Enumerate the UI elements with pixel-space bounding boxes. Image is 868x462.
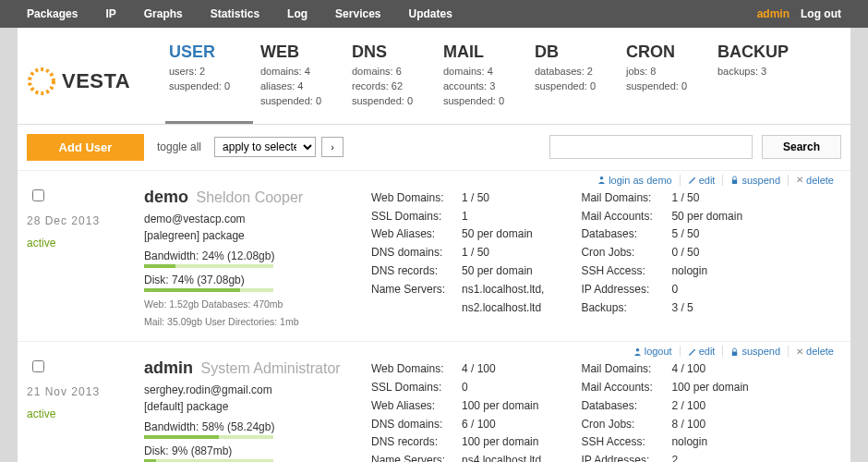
- tab-backup[interactable]: BACKUP backups: 3: [714, 39, 802, 124]
- email: serghey.rodin@gmail.com: [144, 383, 366, 396]
- stat-row: IP Addresses:2: [581, 452, 748, 462]
- disk-label: Disk: 9% (887mb): [144, 444, 366, 457]
- pencil-icon: [688, 347, 696, 356]
- stat-row: SSH Access:nologin: [581, 262, 742, 281]
- tab-db[interactable]: DB databases: 2suspended: 0: [531, 39, 619, 124]
- action-edit[interactable]: edit: [680, 175, 723, 186]
- username: admin: [144, 359, 193, 377]
- apply-go-button[interactable]: ›: [321, 137, 344, 157]
- topnav-graphs[interactable]: Graphs: [144, 7, 183, 20]
- stat-row: Name Servers:ns1.localhost.ltd,: [371, 281, 544, 299]
- stat-row: Web Domains:1 / 50: [371, 189, 544, 208]
- admin-link[interactable]: admin: [757, 7, 790, 20]
- stat-row: Mail Domains:1 / 50: [581, 189, 742, 208]
- topnav-log[interactable]: Log: [287, 7, 307, 20]
- package: [palegreen] package: [144, 229, 366, 242]
- user-row: login as demo edit suspend✕ delete28 Dec…: [18, 170, 850, 341]
- stat-row: DNS domains:1 / 50: [371, 244, 544, 262]
- lock-icon: [730, 176, 739, 184]
- topnav: Packages IP Graphs Statistics Log Servic…: [27, 7, 452, 20]
- stat-row: Cron Jobs:8 / 100: [581, 416, 748, 434]
- package: [default] package: [144, 400, 366, 413]
- user-row: logout edit suspend✕ delete21 Nov 2013ac…: [18, 341, 850, 462]
- tab-user-sub: users: 2suspended: 0: [169, 65, 240, 94]
- tab-db-sub: databases: 2suspended: 0: [535, 65, 606, 94]
- tab-web[interactable]: WEB domains: 4aliases: 4suspended: 0: [257, 39, 344, 124]
- svg-rect-2: [732, 180, 737, 185]
- main-tabs: VESTA USER users: 2suspended: 0 WEB doma…: [18, 28, 850, 125]
- toggle-all[interactable]: toggle all: [157, 140, 201, 153]
- topnav-packages[interactable]: Packages: [27, 7, 78, 20]
- stat-row: Databases:2 / 100: [581, 397, 748, 416]
- topnav-ip[interactable]: IP: [105, 7, 115, 20]
- action-delete[interactable]: ✕ delete: [788, 175, 841, 186]
- tab-dns-sub: domains: 6records: 62suspended: 0: [352, 65, 423, 109]
- fullname: System Administrator: [197, 360, 341, 376]
- tab-dns[interactable]: DNS domains: 6records: 62suspended: 0: [348, 39, 436, 124]
- stat-row: Backups:3 / 5: [581, 299, 742, 318]
- bandwidth-label: Bandwidth: 58% (58.24gb): [144, 420, 366, 433]
- stat-row: Name Servers:ns4.localhost.ltd,: [371, 452, 544, 462]
- stat-row: Web Aliases:100 per domain: [371, 397, 544, 416]
- row-status: active: [27, 407, 144, 420]
- svg-point-3: [635, 348, 639, 352]
- action-suspend[interactable]: suspend: [722, 175, 788, 186]
- tab-mail-sub: domains: 4accounts: 3suspended: 0: [443, 65, 514, 109]
- bandwidth-label: Bandwidth: 24% (12.08gb): [144, 249, 366, 262]
- fullname: Sheldon Cooper: [192, 189, 303, 205]
- action-suspend[interactable]: suspend: [722, 346, 788, 357]
- row-actions: login as demo edit suspend✕ delete: [27, 171, 841, 188]
- stat-row: DNS records:50 per domain: [371, 262, 544, 281]
- pencil-icon: [688, 176, 696, 184]
- tab-web-title: WEB: [260, 43, 332, 62]
- logo-icon: [27, 67, 56, 96]
- stat-row: IP Addresses:0: [581, 281, 742, 299]
- row-checkbox[interactable]: [32, 189, 44, 201]
- search-input[interactable]: [549, 135, 753, 159]
- tab-backup-title: BACKUP: [717, 43, 789, 62]
- action-delete[interactable]: ✕ delete: [788, 346, 841, 357]
- user-icon: [633, 347, 642, 356]
- row-date: 28 Dec 2013: [27, 214, 144, 227]
- tab-mail[interactable]: MAIL domains: 4accounts: 3suspended: 0: [440, 39, 527, 124]
- tab-web-sub: domains: 4aliases: 4suspended: 0: [260, 65, 332, 109]
- logo-text: VESTA: [62, 69, 130, 93]
- tab-cron-sub: jobs: 8suspended: 0: [626, 65, 697, 94]
- tab-cron[interactable]: CRON jobs: 8suspended: 0: [622, 39, 710, 124]
- action-login_as[interactable]: login as demo: [590, 175, 680, 186]
- stat-row: SSL Domains:1: [371, 208, 544, 226]
- row-date: 21 Nov 2013: [27, 385, 144, 398]
- lock-icon: [730, 347, 739, 356]
- action-logout[interactable]: logout: [626, 346, 680, 357]
- bandwidth-bar: [144, 264, 273, 268]
- tab-backup-sub: backups: 3: [717, 65, 789, 79]
- svg-point-0: [30, 69, 54, 93]
- add-user-button[interactable]: Add User: [27, 134, 144, 161]
- x-icon: ✕: [796, 175, 803, 185]
- stat-row: Databases:5 / 50: [581, 225, 742, 244]
- logout-link[interactable]: Log out: [801, 7, 841, 20]
- topnav-services[interactable]: Services: [335, 7, 380, 20]
- row-checkbox[interactable]: [32, 360, 44, 372]
- stat-row: SSL Domains:0: [371, 379, 544, 397]
- tab-dns-title: DNS: [352, 43, 423, 62]
- action-edit[interactable]: edit: [680, 346, 723, 357]
- svg-point-1: [600, 176, 604, 180]
- stat-row: Mail Accounts:50 per domain: [581, 208, 742, 226]
- apply-to-selected-dropdown[interactable]: apply to selected: [214, 137, 316, 157]
- username: demo: [144, 188, 188, 206]
- tab-user[interactable]: USER users: 2suspended: 0: [165, 39, 253, 124]
- stat-row: Cron Jobs:0 / 50: [581, 244, 742, 262]
- toolbar: Add User toggle all apply to selected › …: [18, 125, 850, 170]
- topnav-updates[interactable]: Updates: [409, 7, 452, 20]
- stat-row: ns2.localhost.ltd: [371, 299, 544, 318]
- stat-row: Mail Accounts:100 per domain: [581, 379, 748, 397]
- stat-row: Web Domains:4 / 100: [371, 360, 544, 379]
- topnav-statistics[interactable]: Statistics: [211, 7, 259, 20]
- search-button[interactable]: Search: [762, 135, 841, 159]
- tab-db-title: DB: [535, 43, 606, 62]
- bandwidth-bar: [144, 435, 273, 439]
- stat-row: Web Aliases:50 per domain: [371, 225, 544, 244]
- user-list: login as demo edit suspend✕ delete28 Dec…: [18, 170, 850, 462]
- svg-rect-4: [732, 351, 737, 356]
